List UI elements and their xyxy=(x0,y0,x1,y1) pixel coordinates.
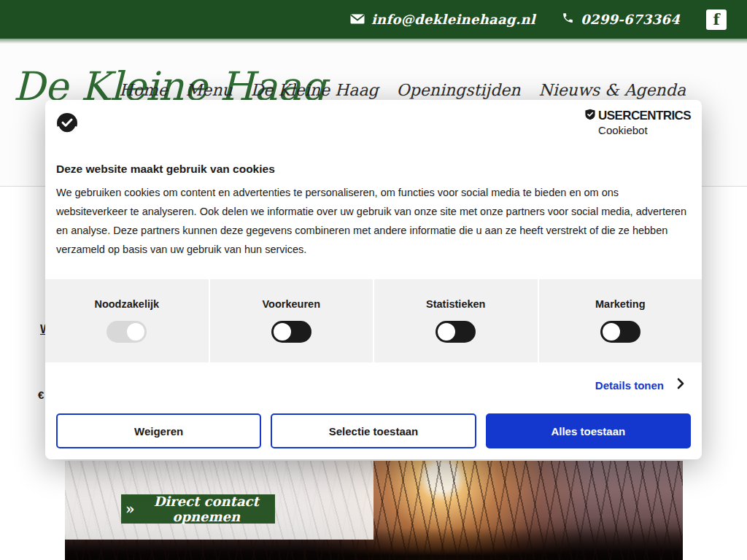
phone-text: 0299-673364 xyxy=(581,12,680,27)
nav-item-home[interactable]: Home xyxy=(120,81,168,99)
price-text-partial: € xyxy=(38,389,44,401)
details-link[interactable]: Details tonen xyxy=(595,378,684,392)
toggle-knob xyxy=(603,323,620,341)
chevron-right-icon xyxy=(677,378,684,392)
phone-icon xyxy=(562,12,574,27)
cookie-category-row: Noodzakelijk Voorkeuren Statistieken Mar… xyxy=(45,279,702,362)
cookiebot-icon xyxy=(56,112,78,137)
hero-banner-image: » Direct contact opnemen xyxy=(65,461,683,560)
category-label: Voorkeuren xyxy=(262,298,320,310)
email-link[interactable]: info@dekleinehaag.nl xyxy=(350,12,535,27)
main-navigation: Home Menu De Kleine Haag Openingstijden … xyxy=(120,81,686,99)
double-chevron-icon: » xyxy=(125,502,135,516)
category-marketing: Marketing xyxy=(539,279,703,362)
category-label: Statistieken xyxy=(426,298,485,310)
usercentrics-wordmark: USERCENTRICS xyxy=(598,109,691,123)
allow-selection-button[interactable]: Selectie toestaan xyxy=(271,413,476,448)
category-voorkeuren: Voorkeuren xyxy=(210,279,374,362)
contact-cta-button[interactable]: » Direct contact opnemen xyxy=(121,494,275,524)
toggle-noodzakelijk[interactable] xyxy=(107,321,147,343)
toggle-knob xyxy=(438,323,455,341)
allow-all-button[interactable]: Alles toestaan xyxy=(486,413,691,448)
nav-item-nieuws-agenda[interactable]: Nieuws & Agenda xyxy=(538,81,686,99)
cookie-dialog-body: We gebruiken cookies om content en adver… xyxy=(56,183,691,259)
category-label: Noodzakelijk xyxy=(94,298,159,310)
nav-item-de-kleine-haag[interactable]: De Kleine Haag xyxy=(251,81,379,99)
details-link-label: Details tonen xyxy=(595,379,664,392)
deny-button[interactable]: Weigeren xyxy=(56,413,261,448)
envelope-icon xyxy=(350,12,365,27)
cookie-dialog-title: Deze website maakt gebruik van cookies xyxy=(56,163,275,176)
category-noodzakelijk: Noodzakelijk xyxy=(45,279,209,362)
cookiebot-wordmark: Cookiebot xyxy=(584,124,691,136)
toggle-marketing[interactable] xyxy=(600,321,640,343)
category-label: Marketing xyxy=(595,298,646,310)
cookie-consent-dialog: USERCENTRICS Cookiebot Deze website maak… xyxy=(45,100,702,459)
cookie-dialog-buttons: Weigeren Selectie toestaan Alles toestaa… xyxy=(56,413,691,448)
phone-link[interactable]: 0299-673364 xyxy=(562,12,680,27)
toggle-voorkeuren[interactable] xyxy=(271,321,311,343)
email-text: info@dekleinehaag.nl xyxy=(371,12,535,27)
usercentrics-shield-icon xyxy=(584,109,596,123)
topbar-gradient xyxy=(0,39,747,44)
category-statistieken: Statistieken xyxy=(374,279,538,362)
nav-item-menu[interactable]: Menu xyxy=(186,81,233,99)
toggle-knob xyxy=(274,323,291,341)
toggle-statistieken[interactable] xyxy=(436,321,476,343)
facebook-icon[interactable]: f xyxy=(706,9,727,30)
usercentrics-logo: USERCENTRICS Cookiebot xyxy=(584,109,691,136)
nav-item-openingstijden[interactable]: Openingstijden xyxy=(397,81,521,99)
facebook-letter: f xyxy=(713,10,719,28)
contact-cta-label: Direct contact opnemen xyxy=(142,494,271,524)
top-contact-bar: info@dekleinehaag.nl 0299-673364 f xyxy=(0,0,747,39)
toggle-knob xyxy=(127,323,144,341)
